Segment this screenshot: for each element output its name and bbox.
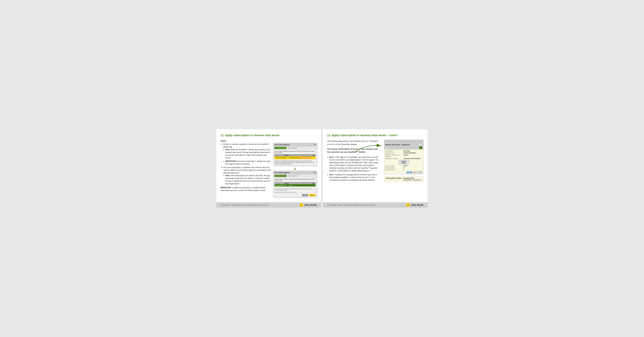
dialog-2-header: Your Subscriptions ✕: [273, 171, 317, 174]
dialog-2-footer: Cancel Refresh: [273, 193, 317, 197]
dialog-2-footer-note: Tip: Try 'Refresh' button to see the lat…: [273, 188, 317, 191]
down-arrow-icon: [292, 167, 298, 170]
step-a-text: Dealer or customer reopens or maximizes …: [223, 143, 270, 148]
screenshot-area-left: Your Subscriptions ✕ Connected WDS Not C…: [273, 143, 317, 198]
wds-up-icon[interactable]: ↑: [419, 143, 422, 146]
dialog-1-desc: Choose which Wireless Data Server (WDS) …: [274, 151, 316, 154]
right-content-wrapper: Wireless Data Server - Diagnostics ⚙ ↑ 🔧…: [327, 140, 424, 182]
dialog-1: Your Subscriptions ✕ Connected WDS Not C…: [273, 143, 317, 166]
right-jd-logo-text: JOHN DEERE: [410, 204, 424, 206]
wds-panel-body: Part Number: PFA10595 Serial Number: PCW…: [384, 149, 423, 174]
dialog-2-row-1-serial: PCWDSA8003003: [274, 184, 288, 187]
wds-serial-label: Serial Number:: [385, 152, 403, 154]
can2-value: 0: [403, 167, 404, 169]
up-nav-icon[interactable]: ↑: [416, 171, 419, 174]
step-b-bullet-1: Note: If the subscription isn't valid fo…: [226, 174, 272, 185]
dialog-1-close[interactable]: ✕: [314, 144, 316, 146]
can2-label: CAN2 Counter:: [385, 167, 403, 169]
step-b: Once the subscription is validated, the …: [223, 166, 272, 185]
wds-subscription-label: Subscription Status:: [385, 158, 403, 159]
dialog-1-tab-not-connected[interactable]: Not Connected: [287, 147, 298, 149]
wds-bottom-bar: 1:29pm 🏠 ↑ ☰: [385, 171, 422, 174]
subscription-date-range: 05/10/2016 - 05/10/2017: [403, 179, 422, 181]
important-note: IMPORTANT: If additional assistance is n…: [220, 186, 272, 192]
pages-container: 11. Apply subscription to wireless data …: [216, 129, 428, 208]
wds-serial-row: Serial Number: PCWDSAB000506: [385, 152, 422, 154]
can1-row: CAN1 Counter: 33017: [385, 165, 422, 167]
page-left: 11. Apply subscription to wireless data …: [216, 129, 321, 208]
nav-icons: 🏠 ↑ ☰: [413, 171, 422, 174]
svg-marker-1: [294, 169, 296, 170]
right-jd-logo: JD JOHN DEERE: [406, 203, 424, 207]
left-footer-text: 20 | SeedStar™ Mobile Subscription & Sof…: [220, 204, 268, 206]
right-footer-text: 21 | SeedStar™ Mobile Subscription & Sof…: [327, 204, 375, 206]
wds-serial-value: PCWDSAB000506: [403, 152, 416, 154]
dialog-2-title: Your Subscriptions: [274, 172, 290, 173]
wds-diagnostics-panel: Wireless Data Server - Diagnostics ⚙ ↑ 🔧…: [384, 140, 424, 174]
page-right-title: 11. Apply subscription to wireless data …: [327, 134, 424, 137]
step-b-b1-text: If the subscription isn't valid for the …: [226, 175, 270, 185]
can3-label: CAN0 Counter:: [385, 169, 403, 171]
dialog-2-row-1-status: Active: [288, 184, 316, 187]
rb1-text: If GPS signal is not available, the subs…: [329, 156, 378, 172]
step-a-b1-text: When the SeedStar™ Mobile app connects t…: [226, 149, 270, 159]
right-page-footer: 21 | SeedStar™ Mobile Subscription & Sof…: [323, 202, 428, 208]
settings-nav-icon[interactable]: ☰: [419, 171, 422, 174]
left-text-area: Dealer or customer reopens or maximizes …: [220, 143, 272, 198]
can2-row: CAN2 Counter: 0: [385, 167, 422, 169]
step-a-b1-bold: Note:: [226, 149, 230, 151]
step-a-bullet-2: IMPORTANT: Ensure the GreenStar™ display…: [226, 160, 272, 165]
dialog-1-header: Your Subscriptions ✕: [273, 143, 317, 146]
green-arrow-svg: [354, 143, 384, 155]
step-b-b1-bold: Note:: [226, 175, 230, 177]
subscription-status-box: Subscription Status: Pending GPS 05/10/2…: [384, 176, 424, 182]
dialog-1-table: Serial Number John Deere Operation Cente…: [274, 154, 316, 159]
rb1-bold: Note:: [329, 156, 334, 158]
factory-reset-button[interactable]: Factory Reset: [398, 160, 409, 164]
dialog-2-col-serial: Serial Number: [274, 182, 288, 184]
wds-diag-icon[interactable]: 🔧: [419, 146, 422, 149]
subscription-status-value: Pending GPS: [403, 177, 422, 179]
can3-row: CAN0 Counter: 0: [385, 169, 422, 171]
can-counters: CAN1 Counter: 33017 CAN2 Counter: 0 CAN0…: [385, 165, 422, 171]
wds-setup-icon[interactable]: ⚙: [419, 140, 422, 143]
svg-text:JD: JD: [407, 204, 409, 206]
dialog-2-close[interactable]: ✕: [314, 172, 316, 174]
wds-part-number-row: Part Number: PFA10595: [385, 150, 422, 152]
refresh-button[interactable]: Refresh: [309, 194, 316, 196]
wds-part-number-value: PFA10595: [403, 150, 410, 152]
dialog-2-tab-connected[interactable]: Connected WDS: [274, 175, 286, 177]
wds-software-row: Software Version/Part Number: 2.354.3: [385, 154, 422, 157]
step-a-bullet-1: Note: When the SeedStar™ Mobile app conn…: [226, 148, 272, 159]
important-label: IMPORTANT:: [220, 187, 232, 189]
dialog-2-table: Serial Number John Deere Operation Cente…: [274, 182, 316, 187]
rb2-bold: Note:: [329, 174, 334, 176]
dialog-1-body-note: In order to complete the activation proc…: [274, 160, 316, 165]
dialog-1-col-status: John Deere Operation Center Status: [288, 154, 316, 156]
dialog-1-title: Your Subscriptions: [274, 144, 290, 146]
jd-icon-left: JD: [300, 203, 303, 207]
subscription-status-label: Subscription Status:: [386, 177, 402, 179]
steps-label: Steps:: [220, 140, 317, 142]
dialog-1-tab-connected[interactable]: Connected WDS: [274, 147, 286, 149]
dialog-2-row-1: PCWDSA8003003 Active: [274, 184, 316, 187]
left-jd-logo-text: JOHN DEERE: [304, 204, 317, 206]
rb2-text: Pending GPS message will be received if …: [329, 174, 377, 181]
dialog-2-tab-not-connected[interactable]: Not Connected: [287, 175, 298, 177]
page-right: 11. Apply subscription to wireless data …: [323, 129, 428, 208]
wds-panel-wrapper: Wireless Data Server - Diagnostics ⚙ ↑ 🔧…: [382, 140, 424, 182]
left-content-area: Dealer or customer reopens or maximizes …: [220, 143, 317, 198]
home-nav-icon[interactable]: 🏠: [413, 171, 416, 174]
dialog-2-desc: Choose which Wireless Data Server (WDS) …: [274, 178, 316, 181]
wds-panel-header: Wireless Data Server - Diagnostics ⚙ ↑ 🔧: [384, 140, 423, 149]
can1-value: 33017: [403, 165, 407, 167]
dialog-2-last-connection: Last connection: 05/10/2016 at 12:01 PM: [273, 191, 317, 193]
dialog-1-body: Choose which Wireless Data Server (WDS) …: [273, 150, 317, 166]
left-page-footer: 20 | SeedStar™ Mobile Subscription & Sof…: [216, 202, 321, 208]
dialog-1-col-serial: Serial Number: [274, 154, 288, 156]
arrow-between-dialogs: [273, 167, 317, 170]
send-to-wds-button[interactable]: Send to WDS: [301, 157, 311, 159]
left-jd-logo: JD JOHN DEERE: [300, 203, 317, 207]
cancel-button[interactable]: Cancel: [302, 194, 308, 196]
page-left-title: 11. Apply subscription to wireless data …: [220, 134, 317, 137]
